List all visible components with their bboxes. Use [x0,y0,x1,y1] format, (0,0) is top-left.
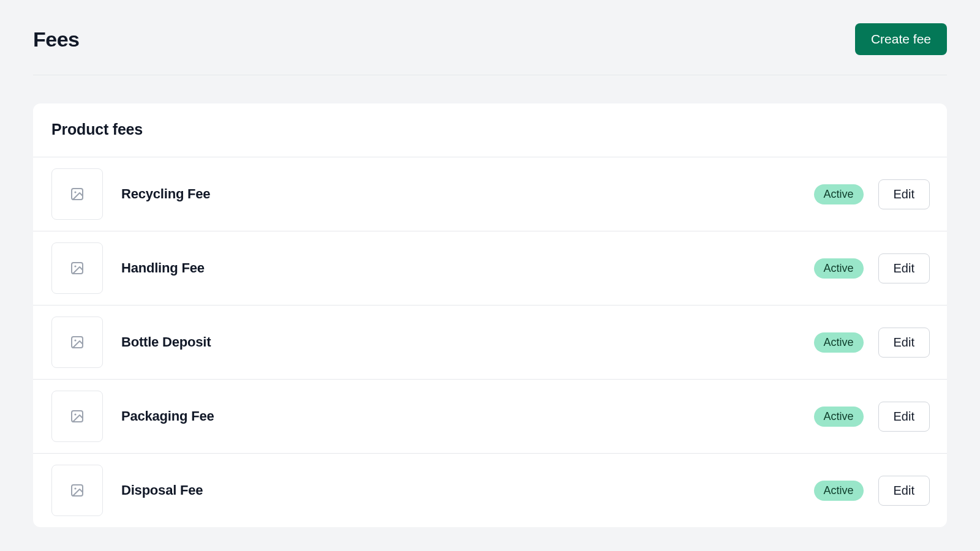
card-title: Product fees [51,121,929,138]
image-placeholder-icon [51,168,103,220]
card-header: Product fees [33,103,947,157]
fee-name: Bottle Deposit [121,334,211,350]
image-placeholder-icon [51,317,103,368]
list-item: Recycling FeeActiveEdit [33,157,947,231]
edit-button[interactable]: Edit [878,253,930,283]
page-header: Fees Create fee [33,23,947,75]
row-right: ActiveEdit [814,328,930,358]
fee-name: Disposal Fee [121,482,203,498]
row-left: Recycling Fee [51,168,210,220]
product-fees-card: Product fees Recycling FeeActiveEdit Han… [33,103,947,527]
svg-point-7 [74,413,76,415]
row-left: Packaging Fee [51,391,214,442]
row-right: ActiveEdit [814,476,930,506]
list-item: Handling FeeActiveEdit [33,231,947,305]
edit-button[interactable]: Edit [878,179,930,209]
svg-point-9 [74,487,76,489]
status-badge: Active [814,184,864,204]
status-badge: Active [814,407,864,427]
status-badge: Active [814,258,864,279]
fee-name: Recycling Fee [121,186,210,202]
row-left: Disposal Fee [51,465,203,516]
row-right: ActiveEdit [814,402,930,432]
svg-point-1 [74,191,76,193]
svg-point-3 [74,265,76,267]
page-title: Fees [33,28,80,51]
row-left: Bottle Deposit [51,317,211,368]
edit-button[interactable]: Edit [878,328,930,358]
image-placeholder-icon [51,391,103,442]
row-left: Handling Fee [51,242,205,294]
row-right: ActiveEdit [814,179,930,209]
image-placeholder-icon [51,465,103,516]
list-item: Bottle DepositActiveEdit [33,305,947,379]
row-right: ActiveEdit [814,253,930,283]
list-item: Disposal FeeActiveEdit [33,453,947,527]
edit-button[interactable]: Edit [878,402,930,432]
svg-point-5 [74,339,76,341]
image-placeholder-icon [51,242,103,294]
list-item: Packaging FeeActiveEdit [33,379,947,453]
status-badge: Active [814,332,864,353]
status-badge: Active [814,481,864,501]
fee-name: Packaging Fee [121,408,214,424]
edit-button[interactable]: Edit [878,476,930,506]
fee-list: Recycling FeeActiveEdit Handling FeeActi… [33,157,947,527]
create-fee-button[interactable]: Create fee [855,23,947,55]
fee-name: Handling Fee [121,260,205,276]
